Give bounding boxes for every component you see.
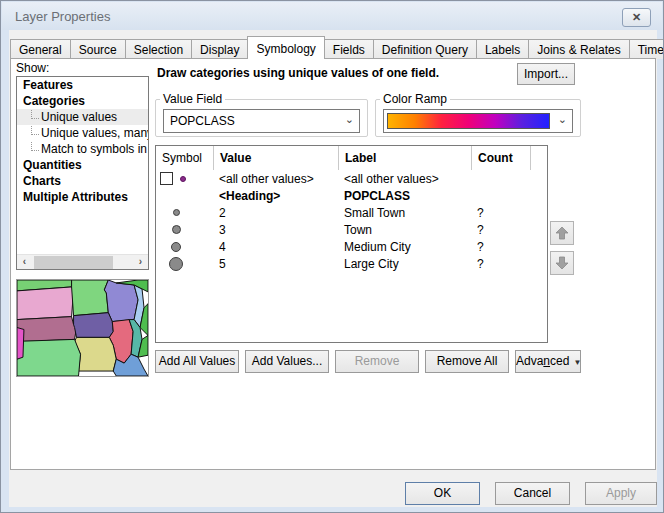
symbol-cell [156, 255, 213, 272]
ok-button[interactable]: OK [405, 482, 480, 505]
table-row[interactable]: 5 Large City ? [156, 255, 547, 272]
value-field-combobox[interactable]: POPCLASS ⌄ [163, 109, 360, 133]
tree-item-unique-values[interactable]: Unique values [17, 109, 148, 125]
show-label: Show: [16, 61, 49, 75]
symbol-cell [156, 238, 213, 255]
tab-selection[interactable]: Selection [125, 39, 192, 59]
map-state-ia [74, 313, 114, 338]
label-cell: Medium City [338, 240, 471, 254]
tree-item-features[interactable]: Features [17, 77, 148, 93]
gray-dot-symbol-icon[interactable] [171, 242, 181, 252]
tree-item-unique-values-many[interactable]: Unique values, many [17, 125, 148, 141]
value-cell: 3 [213, 223, 338, 237]
table-row[interactable]: 4 Medium City ? [156, 238, 547, 255]
label-cell: <all other values> [338, 172, 471, 186]
map-state-mn [72, 280, 109, 316]
window-title: Layer Properties [15, 9, 110, 24]
column-header-label[interactable]: Label [338, 146, 471, 170]
symbol-cell [156, 221, 213, 238]
table-row[interactable]: <all other values> <all other values> [156, 170, 547, 187]
map-state-ks [17, 339, 81, 376]
scroll-left-icon[interactable]: ‹ [17, 255, 32, 270]
add-values-button[interactable]: Add Values... [245, 350, 329, 373]
tab-source[interactable]: Source [70, 39, 126, 59]
dropdown-arrow-icon: ▼ [573, 358, 581, 367]
value-field-selected-value: POPCLASS [170, 114, 235, 128]
method-description: Draw categories using unique values of o… [157, 66, 439, 80]
import-button[interactable]: Import... [517, 63, 575, 85]
symbol-cell [156, 170, 213, 187]
chevron-down-icon[interactable]: ⌄ [345, 113, 354, 126]
remove-all-button[interactable]: Remove All [425, 350, 509, 373]
table-header: Symbol Value Label Count [156, 146, 547, 170]
gray-dot-symbol-icon[interactable] [169, 257, 183, 271]
purple-point-symbol-icon[interactable] [180, 176, 186, 182]
tree-item-charts[interactable]: Charts [17, 173, 148, 189]
all-other-values-checkbox[interactable] [160, 172, 173, 185]
tab-fields[interactable]: Fields [324, 39, 374, 59]
tab-time[interactable]: Time [629, 39, 664, 59]
move-down-button[interactable] [550, 251, 574, 275]
tree-item-categories[interactable]: Categories [17, 93, 148, 109]
down-arrow-icon [555, 256, 569, 270]
symbology-preview-map [16, 279, 149, 377]
label-cell: POPCLASS [338, 189, 471, 203]
map-state-co-sliver [17, 328, 24, 360]
column-header-count[interactable]: Count [471, 146, 530, 170]
scrollbar-thumb[interactable] [34, 256, 113, 269]
map-state-sd [17, 287, 74, 320]
tree-connector-icon [31, 126, 39, 135]
tab-symbology[interactable]: Symbology [247, 36, 324, 59]
chevron-down-icon[interactable]: ⌄ [558, 113, 567, 126]
tab-strip: General Source Selection Display Symbolo… [10, 36, 656, 59]
value-cell: 5 [213, 257, 338, 271]
color-ramp-combobox[interactable]: ⌄ [383, 109, 573, 133]
value-cell: 4 [213, 240, 338, 254]
map-state-ne [17, 317, 77, 342]
column-header-value[interactable]: Value [213, 146, 338, 170]
add-all-values-button[interactable]: Add All Values [155, 350, 239, 373]
layer-properties-dialog: Layer Properties ✕ General Source Select… [0, 0, 664, 513]
symbol-cell [156, 204, 213, 221]
value-cell: <all other values> [213, 172, 338, 186]
tree-horizontal-scrollbar[interactable]: ‹ › [17, 254, 148, 269]
tab-joins-relates[interactable]: Joins & Relates [528, 39, 629, 59]
table-row[interactable]: 2 Small Town ? [156, 204, 547, 221]
tab-labels[interactable]: Labels [476, 39, 529, 59]
advanced-button[interactable]: Advanced▼ [515, 350, 581, 373]
dialog-client-area: General Source Selection Display Symbolo… [9, 30, 657, 507]
color-ramp-gradient [387, 113, 550, 129]
value-cell: 2 [213, 206, 338, 220]
label-cell: Large City [338, 257, 471, 271]
tree-item-multiple-attributes[interactable]: Multiple Attributes [17, 189, 148, 205]
value-cell: <Heading> [213, 189, 338, 203]
label-cell: Town [338, 223, 471, 237]
cancel-button[interactable]: Cancel [495, 482, 570, 505]
column-header-spacer [530, 146, 547, 170]
count-cell: ? [471, 206, 530, 220]
color-ramp-group: Color Ramp ⌄ [375, 92, 581, 137]
tab-display[interactable]: Display [191, 39, 248, 59]
tab-general[interactable]: General [10, 39, 71, 59]
table-row[interactable]: 3 Town ? [156, 221, 547, 238]
show-tree: Features Categories Unique values Unique… [16, 76, 149, 270]
move-up-button[interactable] [550, 221, 574, 245]
apply-button: Apply [585, 482, 657, 505]
count-cell: ? [471, 257, 530, 271]
up-arrow-icon [555, 226, 569, 240]
tree-item-quantities[interactable]: Quantities [17, 157, 148, 173]
tree-item-match-symbols[interactable]: Match to symbols in a [17, 141, 148, 157]
table-row[interactable]: <Heading> POPCLASS [156, 187, 547, 204]
column-header-symbol[interactable]: Symbol [156, 146, 213, 170]
remove-button: Remove [335, 350, 419, 373]
value-field-label: Value Field [160, 92, 225, 106]
tab-definition-query[interactable]: Definition Query [373, 39, 477, 59]
gray-dot-symbol-icon[interactable] [173, 209, 180, 216]
tree-connector-icon [31, 110, 39, 119]
scroll-right-icon[interactable]: › [133, 255, 148, 270]
count-cell: ? [471, 240, 530, 254]
close-icon[interactable]: ✕ [622, 8, 651, 27]
gray-dot-symbol-icon[interactable] [172, 225, 181, 234]
title-bar[interactable]: Layer Properties ✕ [2, 2, 662, 30]
value-field-group: Value Field POPCLASS ⌄ [155, 92, 368, 137]
